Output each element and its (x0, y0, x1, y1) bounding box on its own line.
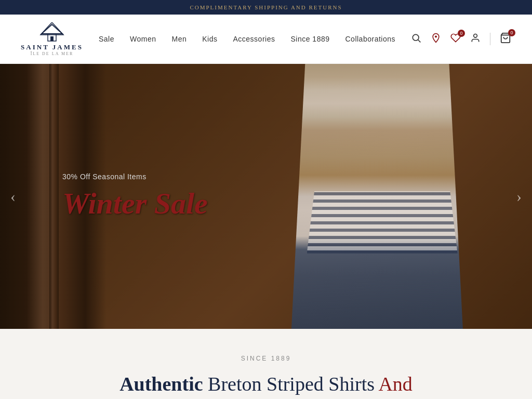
tagline: Authentic Breton Striped Shirts And (21, 371, 511, 397)
hero-prev-button[interactable]: ‹ (10, 188, 16, 205)
since-label: Since 1889 (21, 355, 511, 362)
brand-name: SAINT JAMES (21, 43, 83, 51)
nav-women[interactable]: Women (130, 35, 156, 43)
nav-collaborations[interactable]: Collaborations (345, 35, 396, 43)
svg-rect-2 (50, 36, 54, 41)
nav-men[interactable]: Men (172, 35, 187, 43)
nav-accessories[interactable]: Accessories (233, 35, 275, 43)
svg-marker-0 (42, 24, 62, 34)
wishlist-badge: 0 (458, 30, 465, 37)
location-button[interactable] (431, 33, 441, 46)
user-button[interactable] (470, 33, 481, 46)
logo-icon (36, 22, 68, 43)
nav-sale[interactable]: Sale (99, 35, 114, 43)
svg-point-6 (435, 35, 437, 37)
hero-subtitle: 30% Off Seasonal Items (62, 172, 208, 181)
below-hero-section: Since 1889 Authentic Breton Striped Shir… (0, 329, 532, 399)
location-icon (431, 33, 441, 43)
cart-button[interactable]: 0 (500, 32, 511, 46)
search-button[interactable] (411, 33, 421, 46)
svg-point-7 (474, 34, 477, 37)
brand-subtitle: ÎLE DE LA MER (31, 51, 74, 56)
svg-point-4 (413, 34, 419, 41)
main-nav: Sale Women Men Kids Accessories Since 18… (99, 35, 395, 43)
hero-title: Winter Sale (62, 187, 208, 220)
svg-line-5 (418, 39, 421, 42)
hero-section: 30% Off Seasonal Items Winter Sale ‹ › (0, 64, 532, 329)
hero-text-block: 30% Off Seasonal Items Winter Sale (62, 172, 208, 220)
logo[interactable]: SAINT JAMES ÎLE DE LA MER (21, 22, 83, 56)
banner-text: COMPLIMENTARY SHIPPING AND RETURNS (190, 4, 342, 10)
hero-shirt-stripes (307, 191, 458, 254)
hero-next-button[interactable]: › (516, 188, 522, 205)
top-banner: COMPLIMENTARY SHIPPING AND RETURNS (0, 0, 532, 15)
user-icon (470, 33, 481, 43)
tagline-bold: Authentic (119, 373, 203, 395)
cart-badge: 0 (508, 29, 515, 36)
header: SAINT JAMES ÎLE DE LA MER Sale Women Men… (0, 15, 532, 64)
header-divider (490, 33, 490, 45)
nav-kids[interactable]: Kids (202, 35, 217, 43)
tagline-highlight: And (378, 373, 412, 395)
wishlist-button[interactable]: 0 (450, 33, 461, 46)
nav-since1889[interactable]: Since 1889 (290, 35, 329, 43)
header-actions: 0 0 (411, 32, 511, 46)
search-icon (411, 33, 421, 43)
tagline-regular: Breton Striped Shirts (203, 373, 379, 395)
